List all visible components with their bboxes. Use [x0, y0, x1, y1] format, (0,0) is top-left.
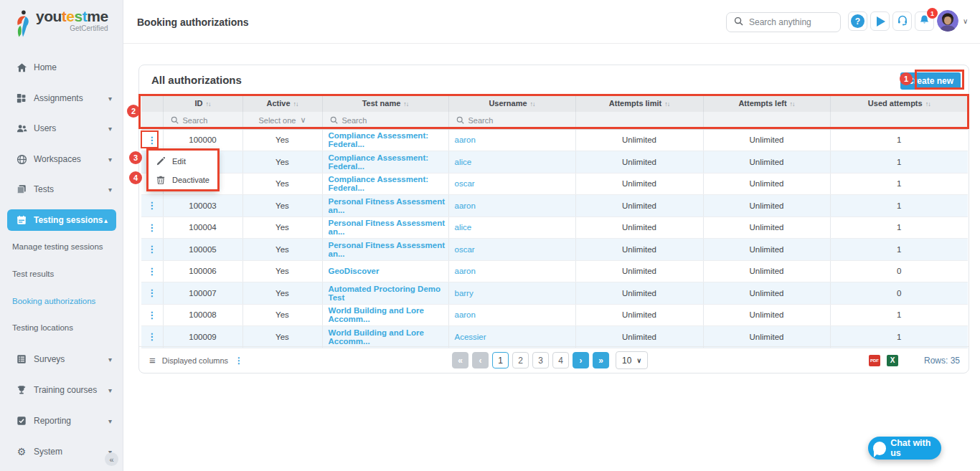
- pagination-prev-button[interactable]: ‹: [472, 352, 489, 368]
- header-attempts-limit[interactable]: Attempts limit↑↓: [575, 95, 703, 112]
- username-link[interactable]: barry: [455, 289, 473, 298]
- test-name-link[interactable]: Compliance Assessment: Federal...: [329, 175, 429, 192]
- header-id[interactable]: ID↑↓: [163, 95, 242, 112]
- test-name-link[interactable]: Compliance Assessment: Federal...: [329, 131, 429, 148]
- row-actions-kebab-icon[interactable]: ⋮: [141, 287, 163, 298]
- avatar-chevron-icon[interactable]: ∨: [963, 17, 968, 25]
- sidebar-item-training-courses[interactable]: Training courses ▾: [0, 379, 123, 401]
- header-test-name[interactable]: Test name↑↓: [322, 95, 448, 112]
- username-link[interactable]: oscar: [455, 245, 475, 254]
- test-name-link[interactable]: GeoDiscover: [329, 267, 380, 275]
- authorizations-table: ID↑↓ Active↑↓ Test name↑↓ Username↑↓ Att…: [141, 95, 968, 348]
- header-username[interactable]: Username↑↓: [448, 95, 575, 112]
- header-used-attempts[interactable]: Used attempts↑↓: [830, 95, 968, 112]
- row-actions-kebab-icon[interactable]: ⋮: [141, 222, 163, 233]
- sidebar-item-booking-authorizations[interactable]: Booking authorizations: [0, 291, 123, 311]
- row-actions-kebab-icon[interactable]: ⋮: [141, 310, 163, 320]
- row-actions-kebab-icon[interactable]: ⋮: [141, 200, 163, 211]
- pagination-first-button[interactable]: «: [452, 352, 468, 368]
- pagination-next-button[interactable]: ›: [573, 352, 589, 368]
- sidebar-item-tests[interactable]: Tests ▾: [0, 179, 123, 200]
- username-link[interactable]: aaron: [455, 135, 476, 144]
- header-active[interactable]: Active↑↓: [242, 95, 322, 112]
- row-actions-kebab-icon[interactable]: ⋮: [141, 266, 163, 277]
- cell-id: 100006: [163, 260, 242, 282]
- test-name-link[interactable]: World Building and Lore Accomm...: [329, 306, 424, 323]
- cell-attempts-limit: Unlimited: [575, 260, 703, 282]
- username-link[interactable]: alice: [455, 158, 472, 166]
- sidebar-item-surveys[interactable]: Surveys ▾: [0, 348, 123, 370]
- global-search-input[interactable]: Search anything: [726, 12, 841, 32]
- sidebar-collapse-button[interactable]: «: [105, 452, 118, 466]
- username-link[interactable]: alice: [455, 223, 472, 232]
- export-pdf-icon[interactable]: PDF: [869, 355, 880, 366]
- displayed-columns-label[interactable]: Displayed columns: [162, 356, 228, 365]
- pagination-page-3[interactable]: 3: [532, 352, 549, 368]
- username-link[interactable]: aaron: [455, 267, 476, 275]
- test-name-filter-input[interactable]: Search: [323, 116, 448, 125]
- page-size-select[interactable]: 10 ∨: [616, 351, 648, 369]
- sidebar-item-workspaces[interactable]: Workspaces ▾: [0, 148, 123, 170]
- username-link[interactable]: aaron: [455, 201, 476, 210]
- sidebar-item-assignments[interactable]: Assignments ▾: [0, 87, 123, 109]
- header-actions: [141, 95, 163, 112]
- brand-logo[interactable]: youtestme GetCertified: [14, 9, 108, 43]
- surveys-icon: [16, 353, 27, 365]
- sidebar-item-manage-testing-sessions[interactable]: Manage testing sessions: [0, 237, 123, 257]
- pagination-last-button[interactable]: »: [593, 352, 609, 368]
- notifications-button[interactable]: 1: [915, 11, 934, 31]
- cell-attempts-limit: Unlimited: [575, 129, 703, 151]
- hamburger-icon[interactable]: ≡: [149, 354, 156, 366]
- cell-attempts-limit: Unlimited: [575, 151, 703, 173]
- tutorial-video-button[interactable]: [870, 11, 890, 31]
- row-actions-kebab-icon[interactable]: ⋮: [141, 135, 163, 146]
- pagination-page-1[interactable]: 1: [492, 352, 509, 368]
- card-title: All authorizations: [151, 74, 242, 86]
- chat-bubble-icon: [873, 442, 886, 455]
- sidebar-item-home[interactable]: Home: [0, 57, 123, 78]
- search-placeholder: Search anything: [749, 17, 811, 27]
- pagination-page-4[interactable]: 4: [552, 352, 569, 368]
- chat-with-us-button[interactable]: Chat with us: [868, 437, 941, 460]
- cell-id: 100000: [163, 129, 242, 151]
- username-link[interactable]: oscar: [455, 179, 475, 188]
- test-name-link[interactable]: Personal Fitness Assessment an...: [329, 219, 446, 236]
- create-new-button[interactable]: Create new: [900, 72, 961, 90]
- pagination-page-2[interactable]: 2: [512, 352, 529, 368]
- calendar-icon: [16, 214, 27, 226]
- select-chevron-icon: ∨: [636, 357, 641, 364]
- row-actions-kebab-icon[interactable]: ⋮: [141, 244, 163, 254]
- test-name-link[interactable]: Compliance Assessment: Federal...: [329, 153, 429, 171]
- sidebar-item-testing-sessions[interactable]: Testing sessions ▴: [7, 209, 116, 231]
- sidebar-item-reporting[interactable]: Reporting ▾: [0, 410, 123, 432]
- username-link[interactable]: Acessier: [455, 333, 486, 341]
- export-excel-icon[interactable]: X: [887, 355, 898, 366]
- brand-name: youtestme: [36, 8, 108, 24]
- pencil-icon: [156, 157, 165, 166]
- test-name-link[interactable]: Personal Fitness Assessment an...: [329, 197, 446, 214]
- test-name-link[interactable]: Automated Proctoring Demo Test: [329, 285, 441, 302]
- search-icon: [734, 16, 743, 29]
- help-button[interactable]: ?: [848, 11, 867, 31]
- sort-icon: ↑↓: [925, 100, 930, 108]
- username-filter-input[interactable]: Search: [449, 116, 575, 125]
- id-filter-input[interactable]: Search: [164, 116, 242, 125]
- row-actions-kebab-icon[interactable]: ⋮: [141, 331, 163, 342]
- sidebar-item-testing-locations[interactable]: Testing locations: [0, 318, 123, 338]
- menu-item-deactivate[interactable]: Deactivate: [147, 171, 218, 189]
- page: youtestme GetCertified Home Assignments …: [0, 0, 980, 471]
- table-row: ⋮ 100004 Yes Personal Fitness Assessment…: [141, 217, 968, 239]
- avatar[interactable]: [937, 10, 958, 32]
- sidebar-item-users[interactable]: Users ▾: [0, 118, 123, 139]
- sidebar-item-test-results[interactable]: Test results: [0, 264, 123, 284]
- support-button[interactable]: [892, 11, 912, 31]
- header-attempts-left[interactable]: Attempts left↑↓: [703, 95, 830, 112]
- active-filter-select[interactable]: Select one∨: [243, 115, 322, 125]
- table-row: ⋮ 100002 Yes Compliance Assessment: Fede…: [141, 173, 968, 195]
- test-name-link[interactable]: World Building and Lore Accomm...: [329, 328, 424, 346]
- username-link[interactable]: aaron: [455, 310, 476, 319]
- test-name-link[interactable]: Personal Fitness Assessment an...: [329, 241, 446, 258]
- menu-item-edit[interactable]: Edit: [147, 152, 218, 171]
- footer-kebab-icon[interactable]: ⋮: [235, 356, 243, 366]
- page-title: Booking authorizations: [137, 16, 249, 28]
